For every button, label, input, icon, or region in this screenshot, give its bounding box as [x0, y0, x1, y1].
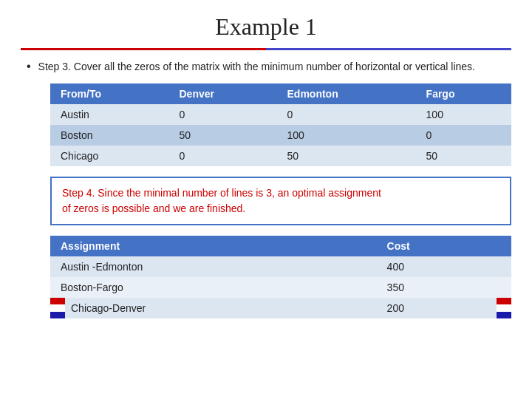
- matrix-cell: 0: [416, 125, 511, 146]
- assign-header-row: Assignment Cost: [50, 236, 511, 256]
- bullet-section: • Step 3. Cover all the zeros of the mat…: [21, 59, 511, 75]
- assign-cell: Boston-Fargo: [50, 277, 377, 298]
- matrix-cell: 50: [277, 146, 416, 166]
- matrix-cell: 0: [169, 146, 277, 166]
- flag-right: [497, 298, 511, 318]
- content-area: From/To Denver Edmonton Fargo Austin0010…: [21, 83, 511, 318]
- step4-text: Step 4. Since the minimal number of line…: [62, 185, 499, 216]
- assignment-table: Assignment Cost Austin -Edmonton400Bosto…: [50, 236, 511, 318]
- matrix-cell: Chicago: [50, 146, 169, 166]
- flag-left: [50, 298, 65, 318]
- matrix-header-denver: Denver: [169, 83, 277, 104]
- matrix-cell: 100: [277, 125, 416, 146]
- assign-cell: 400: [377, 256, 511, 277]
- matrix-header-edmonton: Edmonton: [277, 83, 416, 104]
- assign-cell: Chicago-Denver: [50, 298, 377, 318]
- assign-cell: Austin -Edmonton: [50, 256, 377, 277]
- title-divider: [21, 48, 511, 50]
- assign-row: Chicago-Denver200: [50, 298, 511, 318]
- matrix-row: Chicago05050: [50, 146, 511, 166]
- assign-header-cost: Cost: [377, 236, 511, 256]
- matrix-header-fargo: Fargo: [416, 83, 511, 104]
- matrix-header-from: From/To: [50, 83, 169, 104]
- page: Example 1 • Step 3. Cover all the zeros …: [0, 0, 532, 399]
- matrix-cell: 0: [169, 104, 277, 125]
- matrix-cell: 100: [416, 104, 511, 125]
- assign-cell: 200: [377, 298, 511, 318]
- assign-cell: 350: [377, 277, 511, 298]
- matrix-row: Austin00100: [50, 104, 511, 125]
- matrix-row: Boston501000: [50, 125, 511, 146]
- page-title: Example 1: [21, 13, 511, 41]
- matrix-cell: 50: [169, 125, 277, 146]
- step4-line1: Step 4. Since the minimal number of line…: [62, 187, 381, 199]
- assign-row: Austin -Edmonton400: [50, 256, 511, 277]
- matrix-header-row: From/To Denver Edmonton Fargo: [50, 83, 511, 104]
- bullet-marker: •: [27, 60, 31, 73]
- matrix-cell: 0: [277, 104, 416, 125]
- matrix-cell: Boston: [50, 125, 169, 146]
- title-section: Example 1: [21, 13, 511, 41]
- bullet-text: Step 3. Cover all the zeros of the matri…: [38, 59, 475, 75]
- step4-line2: of zeros is possible and we are finished…: [62, 202, 245, 214]
- matrix-table: From/To Denver Edmonton Fargo Austin0010…: [50, 83, 511, 166]
- assign-row: Boston-Fargo350: [50, 277, 511, 298]
- assign-header-assignment: Assignment: [50, 236, 377, 256]
- matrix-cell: Austin: [50, 104, 169, 125]
- assignment-table-wrap: Assignment Cost Austin -Edmonton400Bosto…: [50, 236, 511, 318]
- matrix-cell: 50: [416, 146, 511, 166]
- step4-box: Step 4. Since the minimal number of line…: [50, 177, 511, 225]
